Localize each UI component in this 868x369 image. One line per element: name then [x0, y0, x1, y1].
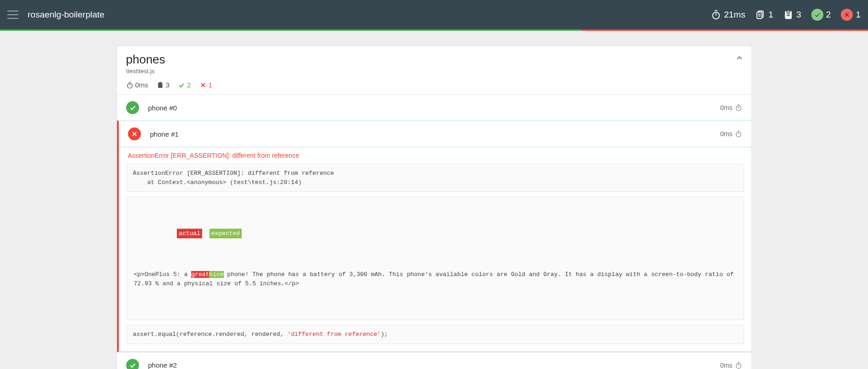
test-duration: 0ms — [720, 362, 742, 369]
error-message: AssertionError [ERR_ASSERTION]: differen… — [119, 147, 751, 164]
stat-tests-value: 3 — [796, 10, 801, 20]
progress-bar — [0, 29, 868, 31]
diff-panel: actual expected <p>OnePlus 5: a greatnic… — [126, 196, 744, 320]
svg-point-14 — [127, 83, 132, 88]
svg-rect-17 — [159, 82, 161, 83]
suite-header[interactable]: phones \test\test.js 0ms 3 2 — [117, 46, 751, 94]
fail-badge-icon — [841, 9, 853, 21]
test-name: phone #0 — [148, 104, 721, 112]
suite-tests: 3 — [157, 81, 169, 89]
svg-rect-16 — [158, 82, 162, 87]
svg-rect-4 — [757, 12, 762, 19]
suite-passed: 2 — [178, 81, 191, 89]
svg-rect-8 — [787, 11, 790, 12]
stat-duration-value: 21ms — [724, 10, 745, 20]
code-post: ); — [381, 331, 388, 338]
test-duration: 0ms — [720, 130, 742, 138]
pass-badge-icon — [811, 9, 823, 21]
check-icon — [126, 101, 139, 114]
diff-expected-word: nice — [209, 271, 223, 278]
suite-passed-value: 2 — [187, 81, 191, 89]
stat-tests: 3 — [783, 10, 801, 20]
error-stack: AssertionError [ERR_ASSERTION]: differen… — [126, 164, 744, 192]
suite-failed: 1 — [199, 81, 212, 89]
test-header[interactable]: phone #1 0ms — [119, 121, 751, 147]
diff-actual-word: great — [191, 271, 209, 278]
svg-point-21 — [736, 106, 741, 111]
suite-duration-value: 0ms — [135, 81, 148, 89]
x-icon — [128, 127, 141, 140]
suite-meta: 0ms 3 2 1 — [126, 81, 742, 89]
test-name: phone #1 — [150, 130, 721, 138]
suite-tests-value: 3 — [166, 81, 169, 89]
diff-post: phone! The phone has a battery of 3,300 … — [134, 271, 738, 288]
test-duration-value: 0ms — [720, 130, 732, 138]
test-duration-value: 0ms — [720, 362, 732, 369]
test-duration-value: 0ms — [720, 104, 732, 111]
test-row: phone #2 0ms — [117, 352, 751, 369]
test-name: phone #2 — [148, 361, 721, 369]
check-icon — [126, 359, 139, 369]
top-bar: rosaenlg-boilerplate 21ms 1 3 2 — [0, 0, 868, 29]
test-row: phone #0 0ms — [117, 94, 751, 121]
suite-title: phones — [126, 52, 742, 67]
stat-passed-value: 2 — [826, 10, 831, 20]
clipboard-icon — [783, 10, 793, 20]
assert-code: assert.equal(reference.rendered, rendere… — [126, 325, 744, 344]
timer-icon — [735, 104, 742, 111]
header-stats: 21ms 1 3 2 1 — [711, 9, 861, 21]
suite-card: phones \test\test.js 0ms 3 2 — [117, 46, 752, 369]
stat-suites: 1 — [756, 10, 774, 20]
menu-icon[interactable] — [7, 11, 18, 19]
diff-content: <p>OnePlus 5: a greatnice phone! The pho… — [127, 265, 744, 296]
diff-pre: <p>OnePlus 5: a — [134, 271, 192, 278]
stat-failed: 1 — [841, 9, 861, 21]
code-pre: assert.equal(reference.rendered, rendere… — [133, 331, 287, 338]
diff-label-expected: expected — [210, 229, 242, 239]
suites-icon — [756, 10, 766, 20]
code-string: 'different from reference' — [287, 331, 381, 338]
timer-icon — [711, 10, 721, 20]
svg-point-29 — [736, 363, 741, 369]
progress-fail — [582, 29, 868, 31]
test-header[interactable]: phone #2 0ms — [117, 352, 751, 369]
app-title: rosaenlg-boilerplate — [28, 10, 711, 20]
suite-failed-value: 1 — [209, 81, 212, 89]
suite-path: \test\test.js — [126, 68, 742, 75]
stat-failed-value: 1 — [856, 10, 861, 20]
timer-icon — [735, 130, 742, 138]
diff-label-actual: actual — [177, 229, 202, 239]
stat-duration: 21ms — [711, 10, 745, 20]
test-duration: 0ms — [720, 104, 742, 111]
stat-suites-value: 1 — [769, 10, 774, 20]
progress-pass — [0, 29, 582, 31]
stat-passed: 2 — [811, 9, 831, 21]
test-header[interactable]: phone #0 0ms — [117, 95, 751, 121]
timer-icon — [735, 362, 742, 369]
suite-duration: 0ms — [126, 81, 148, 89]
chevron-up-icon[interactable] — [735, 53, 744, 63]
test-row: phone #1 0ms AssertionError [ERR_ASSERTI… — [117, 121, 751, 352]
